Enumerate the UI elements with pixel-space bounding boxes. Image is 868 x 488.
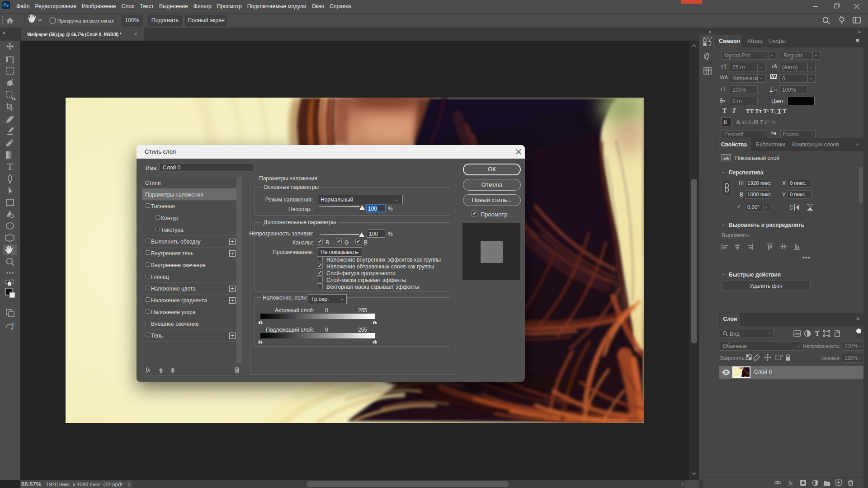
- svg-text:fx: fx: [788, 479, 793, 486]
- svg-text:T: T: [7, 162, 13, 172]
- svg-text:T: T: [815, 330, 820, 337]
